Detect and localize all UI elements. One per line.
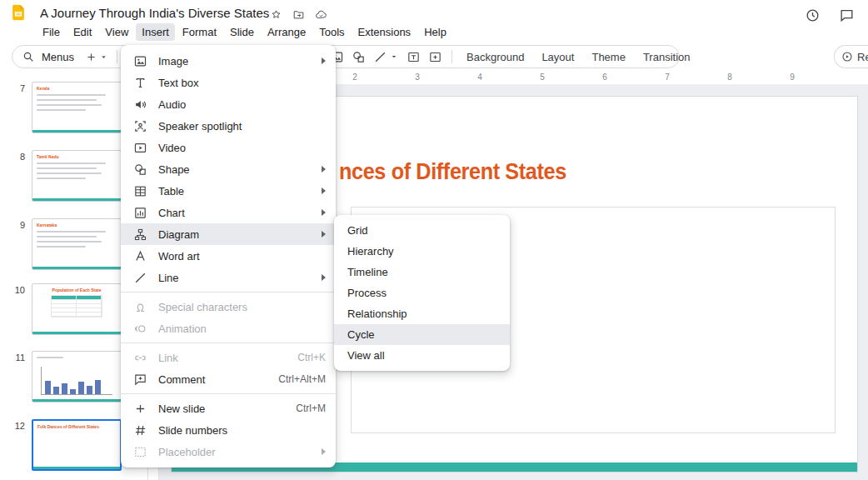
transition-button[interactable]: Transition bbox=[638, 51, 696, 63]
insert-menu-item-line[interactable]: Line bbox=[121, 267, 336, 288]
chevron-down-icon[interactable] bbox=[389, 52, 399, 62]
insert-menu-item-table[interactable]: Table bbox=[121, 180, 336, 202]
insert-menu-item-slide-numbers[interactable]: Slide numbers bbox=[121, 419, 336, 441]
background-button[interactable]: Background bbox=[461, 51, 529, 63]
document-title[interactable]: A Journey Through India's Diverse States bbox=[40, 6, 269, 20]
comment-icon bbox=[133, 372, 147, 387]
insert-comment-icon[interactable] bbox=[428, 50, 442, 64]
ruler-label: 6 bbox=[602, 72, 607, 82]
slide-number: 11 bbox=[5, 352, 25, 362]
menu-item-label: Comment bbox=[158, 373, 268, 386]
slide-thumbnail-11[interactable] bbox=[32, 351, 122, 402]
image-icon bbox=[133, 54, 147, 68]
shape-icon bbox=[133, 162, 147, 177]
diagram-submenu-item-cycle[interactable]: Cycle bbox=[334, 324, 510, 345]
insert-line-icon[interactable] bbox=[373, 50, 387, 64]
speaker-spotlight-icon bbox=[133, 119, 147, 133]
menu-item-label: Word art bbox=[158, 250, 326, 262]
chart-icon bbox=[133, 206, 147, 220]
menu-separator bbox=[121, 393, 336, 394]
thumb-chart bbox=[41, 367, 112, 395]
menus-button[interactable]: Menus bbox=[42, 51, 74, 63]
layout-button[interactable]: Layout bbox=[536, 51, 579, 63]
insert-menu-item-image[interactable]: Image bbox=[121, 50, 336, 72]
titlebar: A Journey Through India's Diverse States bbox=[0, 0, 868, 23]
menubar-item-format[interactable]: Format bbox=[177, 23, 222, 41]
thumb-accent-bar bbox=[32, 267, 121, 269]
titlebar-right bbox=[805, 8, 855, 23]
plus-icon[interactable] bbox=[85, 51, 97, 63]
thumb-accent-bar bbox=[32, 198, 121, 201]
version-history-icon[interactable] bbox=[805, 8, 821, 23]
ruler-label: 4 bbox=[477, 72, 482, 82]
insert-menu-item-new-slide[interactable]: New slideCtrl+M bbox=[121, 398, 336, 419]
chevron-down-icon[interactable] bbox=[98, 52, 109, 62]
thumb-chart-bar bbox=[87, 386, 92, 394]
menu-item-shortcut: Ctrl+K bbox=[297, 352, 326, 363]
slide-thumbnail-12[interactable]: Folk Dances of Different States bbox=[32, 419, 122, 471]
menubar-item-insert[interactable]: Insert bbox=[136, 23, 175, 41]
toolbar-icons: Background Layout Theme Transition bbox=[330, 45, 696, 68]
menubar-item-file[interactable]: File bbox=[37, 23, 66, 41]
slide-title-text[interactable]: nces of Different States bbox=[339, 158, 566, 185]
menubar-item-view[interactable]: View bbox=[99, 23, 134, 41]
insert-menu-item-comment[interactable]: CommentCtrl+Alt+M bbox=[121, 368, 336, 390]
insert-menu-item-text-box[interactable]: Text box bbox=[121, 72, 336, 93]
submenu-arrow-icon bbox=[322, 274, 326, 281]
menubar-item-help[interactable]: Help bbox=[418, 23, 452, 41]
insert-menu-item-diagram[interactable]: Diagram bbox=[121, 223, 336, 245]
menubar-item-arrange[interactable]: Arrange bbox=[262, 23, 312, 41]
slides-logo-icon[interactable] bbox=[9, 3, 27, 22]
search-icon[interactable] bbox=[22, 50, 35, 63]
menu-item-shortcut: Ctrl+Alt+M bbox=[278, 373, 326, 385]
diagram-submenu-item-grid[interactable]: Grid bbox=[334, 220, 510, 241]
insert-menu-item-audio[interactable]: Audio bbox=[121, 93, 336, 115]
thumb-text-line bbox=[37, 241, 102, 242]
menu-item-label: Line bbox=[158, 272, 315, 284]
google-slides-app: A Journey Through India's Diverse States… bbox=[0, 0, 868, 480]
word-art-icon bbox=[133, 249, 147, 263]
rec-label: Re bbox=[857, 51, 868, 63]
cloud-status-icon[interactable] bbox=[315, 8, 327, 21]
insert-menu-item-shape[interactable]: Shape bbox=[121, 158, 336, 180]
menubar-item-tools[interactable]: Tools bbox=[313, 23, 350, 41]
theme-button[interactable]: Theme bbox=[586, 51, 630, 63]
slide-thumbnail-9[interactable]: Karnataka bbox=[32, 218, 122, 270]
omega-icon bbox=[133, 300, 147, 314]
rec-button[interactable]: Re bbox=[834, 45, 868, 68]
slide-thumbnail-10[interactable]: Population of Each State bbox=[32, 283, 122, 335]
menu-item-label: Image bbox=[158, 55, 315, 68]
ruler-label: 9 bbox=[790, 72, 795, 82]
toolbar-divider bbox=[117, 50, 117, 63]
ruler-label: 7 bbox=[665, 72, 670, 82]
thumb-chart-bar bbox=[53, 387, 59, 394]
insert-text-box-icon[interactable] bbox=[407, 50, 421, 64]
diagram-submenu-item-timeline[interactable]: Timeline bbox=[334, 262, 510, 282]
move-folder-icon[interactable] bbox=[292, 8, 305, 21]
menu-item-label: Text box bbox=[158, 77, 326, 89]
insert-menu-item-word-art[interactable]: Word art bbox=[121, 245, 336, 267]
menu-item-label: Diagram bbox=[158, 228, 315, 241]
thumb-table-row bbox=[52, 312, 102, 317]
thumb-chart-bar bbox=[95, 380, 101, 394]
insert-menu-item-video[interactable]: Video bbox=[121, 137, 336, 158]
menubar-item-slide[interactable]: Slide bbox=[224, 23, 260, 41]
slide-thumbnail-7[interactable]: Kerala bbox=[32, 82, 122, 133]
slide-number: 9 bbox=[5, 220, 25, 230]
diagram-submenu-item-hierarchy[interactable]: Hierarchy bbox=[334, 241, 510, 262]
star-icon[interactable] bbox=[270, 8, 282, 21]
insert-menu-item-special-characters: Special characters bbox=[121, 296, 336, 318]
diagram-submenu-item-process[interactable]: Process bbox=[334, 282, 510, 303]
insert-menu-item-speaker-spotlight[interactable]: Speaker spotlight bbox=[121, 115, 336, 137]
slide-thumbnail-8[interactable]: Tamil Nadu bbox=[32, 150, 122, 202]
insert-menu: ImageText boxAudioSpeaker spotlightVideo… bbox=[121, 45, 336, 468]
thumb-accent-bar bbox=[32, 399, 121, 402]
insert-shape-icon[interactable] bbox=[352, 50, 366, 64]
insert-menu-item-chart[interactable]: Chart bbox=[121, 202, 336, 223]
comments-icon[interactable] bbox=[839, 8, 855, 23]
diagram-submenu-item-view-all[interactable]: View all bbox=[334, 345, 510, 366]
diagram-submenu-item-relationship[interactable]: Relationship bbox=[334, 303, 510, 324]
menubar-item-edit[interactable]: Edit bbox=[67, 23, 97, 41]
placeholder-icon bbox=[133, 445, 147, 459]
menubar-item-extensions[interactable]: Extensions bbox=[352, 23, 417, 41]
